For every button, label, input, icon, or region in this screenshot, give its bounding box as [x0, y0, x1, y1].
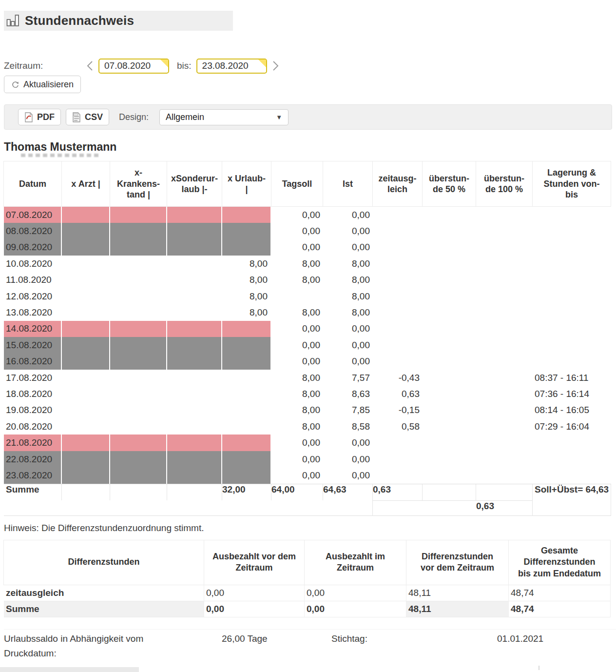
sum-ueberstunde-100	[476, 484, 533, 500]
cell-ueberstunde-100	[476, 386, 533, 402]
cell-ueberstunde-100	[476, 337, 533, 353]
cell-urlaub	[222, 467, 271, 483]
cell-sonderurlaub	[167, 239, 222, 256]
differenzstunden-body: zeitausgleich 0,00 0,00 48,11 48,74 Summ…	[4, 585, 611, 617]
design-select[interactable]: Allgemein ▼	[159, 109, 289, 125]
cell-tagsoll: 0,00	[271, 467, 323, 483]
cell-ist: 8,63	[323, 386, 373, 402]
column-header-krankenstand: x- Krankens- tand |	[110, 161, 167, 207]
bar-chart-icon	[6, 14, 20, 27]
cell-lagerung	[533, 239, 611, 256]
cell-krankenstand	[110, 207, 167, 223]
t2-cell-label: zeitausgleich	[4, 585, 204, 601]
cell-ist: 8,58	[323, 418, 373, 435]
cell-ist: 8,00	[323, 288, 373, 304]
redacted-employee-detail	[21, 154, 99, 157]
pdf-file-icon	[24, 112, 33, 122]
cell-zeitausgleich: 0,63	[373, 386, 423, 402]
cell-krankenstand	[110, 239, 167, 256]
cell-urlaub	[222, 418, 271, 435]
cell-tagsoll: 8,00	[271, 256, 323, 272]
cell-urlaub: 8,00	[222, 272, 271, 288]
cell-ist: 0,00	[323, 467, 373, 483]
t2-cell-ausbezahlt-im: 0,00	[305, 585, 406, 601]
cell-ist: 0,00	[323, 223, 373, 239]
cell-arzt	[62, 402, 110, 418]
date-from-input[interactable]	[98, 59, 169, 74]
cell-datum: 23.08.2020	[4, 467, 62, 483]
refresh-button-label: Aktualisieren	[23, 79, 74, 90]
stichtag-value: 01.01.2021	[497, 632, 616, 661]
cell-urlaub: 8,00	[222, 304, 271, 320]
t2-cell-gesamt: 48,74	[509, 585, 611, 601]
cell-lagerung	[533, 256, 611, 272]
cell-tagsoll: 0,00	[271, 451, 323, 467]
cell-ueberstunde-50	[423, 207, 476, 223]
column-header-ueberstunde-100: überstun- de 100 %	[476, 161, 533, 207]
timesheet-row: 16.08.2020 0,00 0,00	[4, 354, 611, 370]
bis-label: bis:	[177, 60, 192, 71]
cell-ueberstunde-50	[423, 321, 476, 337]
cell-lagerung	[533, 223, 611, 239]
cell-tagsoll: 8,00	[271, 402, 323, 418]
cell-arzt	[62, 354, 110, 370]
timesheet-row: 12.08.2020 8,00 8,00	[4, 288, 611, 304]
date-to-input[interactable]	[196, 59, 267, 74]
cell-zeitausgleich	[373, 467, 423, 483]
cell-ueberstunde-100	[476, 207, 533, 223]
timesheet-row: 23.08.2020 0,00 0,00	[4, 467, 611, 483]
cell-tagsoll: 0,00	[271, 354, 323, 370]
sum-ist: 64,63	[323, 484, 373, 500]
cell-urlaub	[222, 402, 271, 418]
vacation-balance-label: Urlaubssaldo in Abhängigkeit vom Druckda…	[4, 632, 165, 661]
cell-datum: 07.08.2020	[4, 207, 62, 223]
t2-cell-ausbezahlt-vor: 0,00	[204, 585, 305, 601]
cutoff-element-bar	[0, 667, 139, 672]
cell-urlaub	[222, 386, 271, 402]
t2-header-ausbezahlt-im: Ausbezahlt im Zeitraum	[304, 540, 406, 585]
cell-lagerung	[533, 272, 611, 288]
cell-sonderurlaub	[167, 354, 222, 370]
cell-ueberstunde-100	[476, 288, 533, 304]
cell-ueberstunde-100	[476, 451, 533, 467]
cell-sonderurlaub	[167, 418, 222, 435]
refresh-button[interactable]: Aktualisieren	[4, 76, 81, 93]
cell-datum: 08.08.2020	[4, 223, 62, 239]
cutoff-element-tick	[539, 666, 539, 670]
cell-arzt	[62, 207, 110, 223]
cell-ist: 0,00	[323, 321, 373, 337]
cell-ueberstunde-100	[476, 467, 533, 483]
timesheet-row: 07.08.2020 0,00 0,00	[4, 207, 611, 223]
column-header-datum: Datum	[3, 161, 62, 207]
vacation-balance-value: 26,00 Tage	[222, 632, 331, 661]
cell-ueberstunde-100	[476, 223, 533, 239]
cell-datum: 19.08.2020	[4, 402, 62, 418]
t2-cell-gesamt: 48,74	[509, 601, 611, 617]
cell-lagerung	[533, 304, 611, 320]
cell-sonderurlaub	[167, 435, 222, 451]
cell-krankenstand	[110, 354, 167, 370]
cell-urlaub: 8,00	[222, 256, 271, 272]
timesheet-row: 09.08.2020 0,00 0,00	[4, 239, 611, 256]
cell-tagsoll: 0,00	[271, 321, 323, 337]
cell-zeitausgleich: 0,58	[373, 418, 423, 435]
chevron-right-icon[interactable]	[269, 59, 282, 73]
sum-sonderurlaub	[167, 484, 222, 500]
cell-zeitausgleich: -0,43	[373, 370, 423, 386]
chevron-left-icon[interactable]	[84, 59, 96, 73]
cell-arzt	[62, 451, 110, 467]
cell-ist: 8,00	[323, 304, 373, 320]
cell-ueberstunde-50	[423, 354, 476, 370]
cell-zeitausgleich: -0,15	[373, 402, 423, 418]
cell-ueberstunde-100	[476, 304, 533, 320]
page-titlebar: Stundennachweis	[4, 11, 233, 31]
csv-export-button[interactable]: CSV	[66, 109, 109, 125]
cell-arzt	[62, 386, 110, 402]
timesheet-row: 20.08.2020 8,00 8,58 0,58 07:29 - 16:04	[4, 418, 611, 435]
cell-krankenstand	[110, 288, 167, 304]
differenzstunden-row: zeitausgleich 0,00 0,00 48,11 48,74	[4, 585, 611, 601]
design-label: Design:	[119, 112, 149, 122]
employee-name: Thomas Mustermann	[4, 140, 616, 153]
cell-sonderurlaub	[167, 304, 222, 320]
pdf-export-button[interactable]: PDF	[18, 109, 61, 125]
